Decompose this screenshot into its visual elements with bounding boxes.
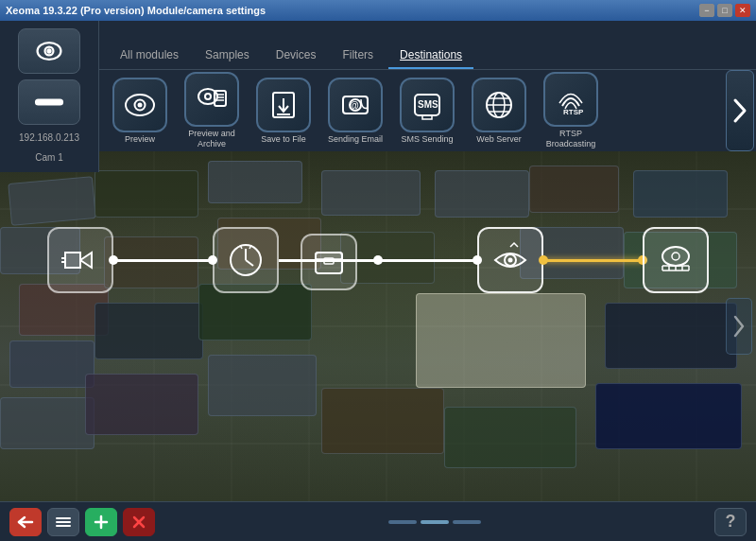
- module-rtsp-label: RTSP Broadcasting: [538, 129, 604, 149]
- tab-devices[interactable]: Devices: [265, 43, 328, 69]
- connector-1: [113, 259, 213, 262]
- module-preview-archive-label: Preview and Archive: [179, 129, 245, 149]
- bottom-toolbar: ?: [0, 501, 756, 541]
- svg-rect-3: [36, 99, 62, 104]
- car: [208, 161, 302, 203]
- svg-text:RTSP: RTSP: [563, 108, 584, 116]
- connector-2: [279, 259, 378, 262]
- car: [595, 383, 742, 449]
- car: [444, 407, 576, 468]
- module-save-file[interactable]: Save to File: [250, 78, 317, 145]
- module-preview-icon: [112, 78, 167, 132]
- camera-ip: 192.168.0.213: [13, 131, 85, 145]
- module-web-server-label: Web Server: [476, 134, 521, 145]
- car: [9, 340, 94, 388]
- window-title: Xeoma 19.3.22 (Pro version) Module/camer…: [6, 5, 266, 16]
- camera-name: Cam 1: [29, 150, 68, 165]
- connector-4-yellow: [543, 259, 643, 262]
- window-controls: − □ ✕: [699, 4, 750, 17]
- svg-text:SMS: SMS: [418, 99, 438, 110]
- connector-dot: [109, 255, 118, 265]
- indicator-bar-1: [388, 520, 417, 524]
- module-save-file-label: Save to File: [261, 134, 306, 145]
- module-preview-archive[interactable]: Preview and Archive: [179, 72, 245, 149]
- list-button[interactable]: [47, 508, 79, 536]
- car: [321, 388, 444, 454]
- module-rtsp-icon: RTSP: [543, 72, 598, 127]
- add-button[interactable]: [85, 508, 117, 536]
- preview-button[interactable]: [18, 28, 80, 74]
- tab-filters[interactable]: Filters: [331, 43, 385, 69]
- module-chain: [47, 203, 709, 317]
- title-bar: Xeoma 19.3.22 (Pro version) Module/camer…: [0, 0, 756, 21]
- module-save-file-icon: [256, 78, 311, 132]
- svg-point-39: [508, 258, 513, 263]
- module-sms-sending-label: SMS Sending: [401, 134, 453, 145]
- connector-3: [378, 259, 477, 262]
- remove-button[interactable]: [123, 508, 155, 536]
- connector-dot: [539, 255, 548, 265]
- close-button[interactable]: ✕: [735, 4, 750, 17]
- module-preview-archive-icon: [184, 72, 239, 127]
- help-button[interactable]: ?: [714, 508, 747, 536]
- module-sms-sending[interactable]: SMS SMS Sending: [394, 78, 460, 145]
- camera-feed: [0, 151, 756, 501]
- tab-destinations[interactable]: Destinations: [388, 43, 473, 69]
- bottom-left-controls: [9, 508, 155, 536]
- left-panel: 192.168.0.213 Cam 1: [0, 21, 99, 172]
- car: [208, 355, 317, 416]
- car: [0, 397, 94, 449]
- chain-archive[interactable]: [301, 234, 357, 290]
- scroll-right-button[interactable]: [726, 70, 754, 151]
- back-button[interactable]: [9, 508, 42, 536]
- modules-area: Preview Preview and Archive Save t: [99, 70, 756, 151]
- module-sms-sending-icon: SMS: [400, 78, 455, 132]
- module-web-server-icon: [472, 78, 526, 132]
- svg-point-40: [662, 247, 689, 266]
- car: [85, 374, 198, 435]
- module-preview[interactable]: Preview: [107, 78, 173, 145]
- svg-text:@: @: [350, 100, 359, 111]
- camera-scroll-right[interactable]: [726, 298, 752, 355]
- maximize-button[interactable]: □: [717, 4, 732, 17]
- indicator-bar-3: [453, 520, 481, 524]
- tab-all-modules[interactable]: All modules: [109, 43, 190, 69]
- nav-tabs: All modules Samples Devices Filters Dest…: [99, 21, 756, 70]
- chain-scheduler[interactable]: [213, 227, 279, 293]
- back-button-left[interactable]: [18, 79, 80, 125]
- module-preview-label: Preview: [125, 134, 155, 145]
- minimize-button[interactable]: −: [699, 4, 714, 17]
- svg-marker-27: [65, 253, 92, 268]
- connector-dot: [373, 255, 383, 265]
- chain-preview[interactable]: [477, 227, 543, 293]
- module-sending-email-icon: @: [328, 78, 383, 132]
- svg-point-8: [205, 94, 211, 99]
- module-web-server[interactable]: Web Server: [466, 78, 532, 145]
- svg-point-2: [47, 49, 51, 53]
- module-sending-email-label: Sending Email: [328, 134, 383, 145]
- module-rtsp[interactable]: RTSP RTSP Broadcasting: [538, 72, 604, 149]
- chain-grid[interactable]: [643, 227, 709, 293]
- indicator-bar-2: [421, 520, 449, 524]
- module-sending-email[interactable]: @ Sending Email: [322, 78, 388, 145]
- chain-camera[interactable]: [47, 227, 113, 293]
- center-indicator: [388, 520, 481, 524]
- svg-point-6: [138, 102, 143, 107]
- camera-view: [0, 151, 756, 501]
- tab-samples[interactable]: Samples: [194, 43, 261, 69]
